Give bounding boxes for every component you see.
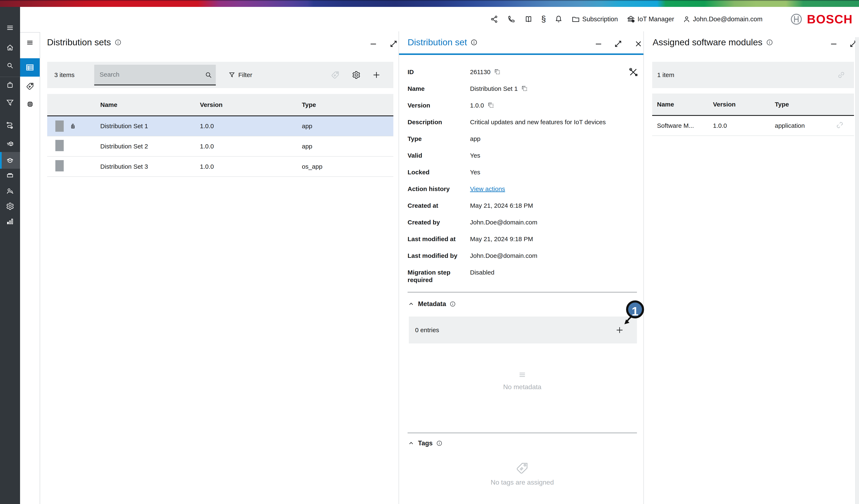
- field-row: Version 1.0.0: [408, 97, 637, 114]
- cell-version[interactable]: 1.0.0: [200, 156, 302, 177]
- rail-item-tags[interactable]: [26, 82, 34, 90]
- sidebar-item-reports[interactable]: [6, 217, 14, 226]
- search-input[interactable]: [94, 65, 216, 85]
- field-value: Critical updates and new features for Io…: [470, 118, 606, 126]
- cell-type[interactable]: app: [302, 136, 393, 156]
- sidebar-item-distribution-sets[interactable]: [6, 156, 14, 164]
- field-label: Last modified at: [408, 231, 470, 243]
- cell-version[interactable]: 1.0.0: [200, 136, 302, 156]
- user-menu[interactable]: John.Doe@domain.com: [682, 15, 763, 24]
- sidebar-item-devices[interactable]: [6, 81, 14, 89]
- rail-hamburger-icon[interactable]: [26, 39, 34, 47]
- field-value: app: [470, 135, 481, 142]
- info-icon[interactable]: [766, 39, 773, 46]
- menu-hamburger-icon[interactable]: [6, 24, 14, 32]
- iot-manager-label: IoT Manager: [637, 15, 674, 23]
- copy-icon[interactable]: [487, 101, 495, 109]
- copy-icon[interactable]: [494, 68, 501, 75]
- chevron-up-icon[interactable]: [408, 440, 415, 447]
- vertical-scrollbar[interactable]: [855, 37, 859, 504]
- info-icon[interactable]: [470, 39, 478, 46]
- table-settings-gear-icon[interactable]: [352, 71, 361, 79]
- field-row: Created at May 21, 2024 6:18 PM: [408, 198, 637, 214]
- info-icon[interactable]: [449, 301, 456, 307]
- close-panel-button[interactable]: [634, 39, 644, 49]
- cell-version[interactable]: 1.0.0: [200, 116, 302, 136]
- field-label: Created by: [408, 214, 470, 226]
- minimize-panel-button[interactable]: [829, 39, 839, 49]
- field-value: John.Doe@domain.com: [470, 252, 537, 260]
- search-icon[interactable]: [205, 71, 212, 79]
- assign-tag-icon[interactable]: [331, 71, 340, 79]
- link-module-icon[interactable]: [837, 71, 846, 79]
- folder-icon: [571, 15, 580, 24]
- field-label: Migration step required: [408, 264, 470, 284]
- subscription-menu[interactable]: Subscription: [571, 15, 618, 24]
- expand-panel-button[interactable]: [389, 39, 399, 49]
- phone-icon[interactable]: [507, 15, 516, 24]
- metadata-entries-count: 0 entries: [415, 326, 439, 334]
- iot-manager-menu[interactable]: IoT Manager: [626, 15, 674, 24]
- copy-icon[interactable]: [521, 85, 528, 92]
- field-row: Description Critical updates and new fea…: [408, 114, 637, 131]
- expand-panel-button[interactable]: [614, 39, 623, 49]
- unlink-module-icon[interactable]: [835, 121, 844, 129]
- sidebar-item-settings[interactable]: [6, 202, 14, 211]
- cell-type[interactable]: os_app: [302, 156, 393, 177]
- sidebar-item-home[interactable]: [6, 43, 14, 52]
- filter-funnel-icon: [228, 72, 236, 78]
- share-icon[interactable]: [490, 15, 499, 24]
- distribution-set-title: Distribution set: [408, 37, 467, 47]
- cell-version[interactable]: 1.0.0: [713, 116, 775, 136]
- filter-button[interactable]: Filter: [228, 72, 252, 78]
- cell-name[interactable]: Distribution Set 1: [100, 116, 200, 136]
- table-row[interactable]: Distribution Set 1 1.0.0 app: [47, 116, 393, 136]
- app-window: § Subscription IoT Manager John: [0, 0, 859, 504]
- active-panel-indicator: [399, 54, 644, 55]
- items-count: 1 item: [657, 72, 674, 78]
- table-row[interactable]: Software M... 1.0.0 application: [652, 116, 854, 136]
- legal-icon[interactable]: §: [541, 14, 546, 24]
- sidebar-item-search[interactable]: [6, 61, 14, 70]
- sidebar-item-rules[interactable]: [6, 121, 14, 129]
- rail-item-system[interactable]: [26, 100, 34, 108]
- cell-name[interactable]: Distribution Set 3: [100, 156, 200, 177]
- chevron-up-icon[interactable]: [408, 301, 415, 307]
- table-row[interactable]: Distribution Set 2 1.0.0 app: [47, 136, 393, 156]
- sidebar-item-rollouts[interactable]: [6, 140, 14, 148]
- field-label: Last modified by: [408, 248, 470, 260]
- row-color-swatch[interactable]: [55, 160, 64, 171]
- field-row: Migration step required Disabled: [408, 264, 637, 284]
- field-row: Action history View actions: [408, 181, 637, 198]
- user-icon: [682, 15, 691, 24]
- cell-type[interactable]: application: [775, 116, 835, 136]
- notifications-bell-icon[interactable]: [554, 15, 563, 24]
- filter-label: Filter: [238, 72, 252, 78]
- minimize-panel-button[interactable]: [594, 39, 604, 49]
- row-color-swatch[interactable]: [55, 140, 64, 151]
- sidebar-item-software-modules[interactable]: [6, 171, 14, 179]
- table-row[interactable]: Distribution Set 3 1.0.0 os_app: [47, 156, 393, 177]
- view-actions-link[interactable]: View actions: [470, 185, 505, 193]
- cell-name[interactable]: Software M...: [652, 116, 713, 136]
- minimize-panel-button[interactable]: [369, 39, 379, 49]
- bosch-supergraphic: [0, 0, 859, 7]
- add-distribution-set-button[interactable]: [372, 71, 381, 79]
- info-icon[interactable]: [436, 440, 443, 447]
- rail-item-table-view-selected[interactable]: [20, 58, 40, 77]
- cell-type[interactable]: app: [302, 116, 393, 136]
- handbook-icon[interactable]: [524, 15, 533, 24]
- cell-name[interactable]: Distribution Set 2: [100, 136, 200, 156]
- distribution-set-detail-panel: Distribution set ID 261130: [398, 31, 644, 504]
- sidebar-item-access-control[interactable]: [6, 187, 14, 195]
- column-name: Name: [652, 93, 713, 116]
- field-row: Type app: [408, 131, 637, 148]
- row-color-swatch[interactable]: [55, 121, 64, 132]
- field-value: 261130: [470, 68, 491, 76]
- add-metadata-button[interactable]: [615, 326, 624, 335]
- distribution-sets-title: Distribution sets: [47, 37, 111, 47]
- distribution-sets-panel: Distribution sets 3 items: [40, 31, 398, 504]
- field-row: Valid Yes: [408, 148, 637, 164]
- info-icon[interactable]: [114, 39, 122, 46]
- sidebar-item-filters[interactable]: [6, 98, 14, 107]
